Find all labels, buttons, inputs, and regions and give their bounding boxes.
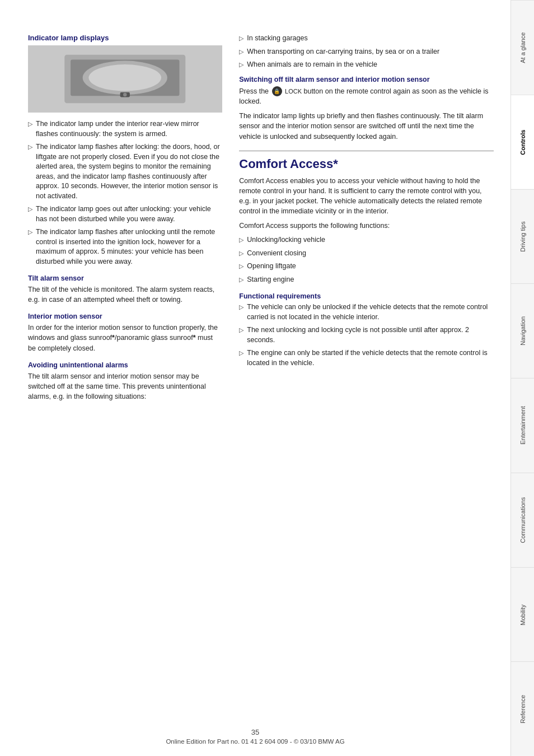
arrow-icon-cf2: ▷ xyxy=(239,249,243,258)
svg-point-5 xyxy=(123,93,127,96)
arrow-icon-fr1: ▷ xyxy=(239,303,243,311)
situation-3: ▷ When animals are to remain in the vehi… xyxy=(239,60,494,70)
sidebar-tab-reference[interactable]: Reference xyxy=(511,661,534,756)
arrow-icon-4: ▷ xyxy=(28,228,32,236)
interior-section-title: Interior motion sensor xyxy=(28,312,222,320)
arrow-icon-cf1: ▷ xyxy=(239,236,243,244)
sidebar-tab-entertainment[interactable]: Entertainment xyxy=(511,378,534,473)
comfort-func-4: ▷ Starting engine xyxy=(239,275,494,285)
comfort-func-1: ▷ Unlocking/locking vehicle xyxy=(239,235,494,245)
bullet-2: ▷ The indicator lamp flashes after locki… xyxy=(28,142,222,201)
sidebar-tab-mobility[interactable]: Mobility xyxy=(511,567,534,662)
indicator-lamp-image xyxy=(28,45,222,113)
avoiding-text: The tilt alarm sensor and interior motio… xyxy=(28,371,222,402)
page-footer: 35 Online Edition for Part no. 01 41 2 6… xyxy=(0,728,510,745)
footer-text: Online Edition for Part no. 01 41 2 604 … xyxy=(0,738,510,745)
situations-bullets: ▷ In stacking garages ▷ When transportin… xyxy=(239,34,494,70)
arrow-icon-s1: ▷ xyxy=(239,34,243,43)
comfort-functions-intro: Comfort Access supports the following fu… xyxy=(239,221,494,231)
arrow-icon-3: ▷ xyxy=(28,205,32,213)
func-req-2: ▷ The next unlocking and locking cycle i… xyxy=(239,325,494,345)
page-number: 35 xyxy=(0,728,510,736)
arrow-icon-s3: ▷ xyxy=(239,60,243,69)
tilt-text: The tilt of the vehicle is monitored. Th… xyxy=(28,284,222,305)
arrow-icon-cf4: ▷ xyxy=(239,276,243,284)
situation-2: ▷ When transporting on car-carrying trai… xyxy=(239,47,494,57)
arrow-icon-1: ▷ xyxy=(28,120,32,128)
switching-off-instruction: Press the 🔒 LOCK button on the remote co… xyxy=(239,86,494,107)
bullet-4: ▷ The indicator lamp flashes after unloc… xyxy=(28,227,222,267)
bullet-1: ▷ The indicator lamp under the interior … xyxy=(28,119,222,139)
sidebar-tab-driving-tips[interactable]: Driving tips xyxy=(511,189,534,284)
arrow-icon-cf3: ▷ xyxy=(239,262,243,270)
situation-1: ▷ In stacking garages xyxy=(239,34,494,44)
interior-text: In order for the interior motion sensor … xyxy=(28,323,222,353)
comfort-access-heading: Comfort Access* xyxy=(239,151,494,171)
sidebar-tab-controls[interactable]: Controls xyxy=(511,95,534,189)
bullet-3: ▷ The indicator lamp goes out after unlo… xyxy=(28,204,222,224)
indicator-bullets: ▷ The indicator lamp under the interior … xyxy=(28,119,222,267)
arrow-icon-fr2: ▷ xyxy=(239,326,243,334)
comfort-intro-text: Comfort Access enables you to access you… xyxy=(239,176,494,217)
func-req-3: ▷ The engine can only be started if the … xyxy=(239,348,494,368)
functional-req-list: ▷ The vehicle can only be unlocked if th… xyxy=(239,302,494,368)
comfort-func-3: ▷ Opening liftgate xyxy=(239,262,494,272)
comfort-functions-list: ▷ Unlocking/locking vehicle ▷ Convenient… xyxy=(239,235,494,284)
comfort-func-2: ▷ Convenient closing xyxy=(239,249,494,259)
switching-off-title: Switching off tilt alarm sensor and inte… xyxy=(239,76,494,83)
indicator-section-title: Indicator lamp displays xyxy=(28,34,222,42)
arrow-icon-s2: ▷ xyxy=(239,48,243,56)
sidebar: At a glance Controls Driving tips Naviga… xyxy=(510,0,534,756)
sidebar-tab-navigation[interactable]: Navigation xyxy=(511,283,534,378)
sidebar-tab-communications[interactable]: Communications xyxy=(511,473,534,567)
svg-point-3 xyxy=(89,64,162,91)
arrow-icon-2: ▷ xyxy=(28,143,32,151)
sidebar-tab-at-a-glance[interactable]: At a glance xyxy=(511,0,534,95)
avoiding-section-title: Avoiding unintentional alarms xyxy=(28,361,222,369)
arrow-icon-fr3: ▷ xyxy=(239,349,243,357)
func-req-1: ▷ The vehicle can only be unlocked if th… xyxy=(239,302,494,322)
tilt-section-title: Tilt alarm sensor xyxy=(28,274,222,282)
functional-req-title: Functional requirements xyxy=(239,292,494,300)
lock-icon: 🔒 xyxy=(272,86,282,96)
switching-off-detail: The indicator lamp lights up briefly and… xyxy=(239,111,494,141)
